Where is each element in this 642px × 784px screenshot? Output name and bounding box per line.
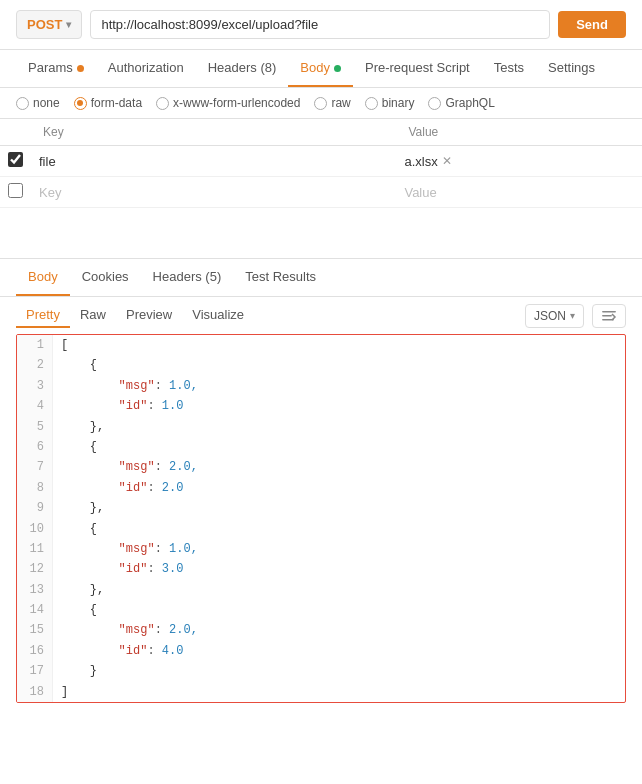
tab-headers[interactable]: Headers (8)	[196, 50, 289, 87]
line-content: "id": 4.0	[53, 641, 191, 661]
row2-checkbox-cell	[0, 177, 31, 208]
code-line: 15 "msg": 2.0,	[17, 620, 625, 640]
line-content: "msg": 2.0,	[53, 620, 206, 640]
line-number: 9	[17, 498, 53, 518]
send-button[interactable]: Send	[558, 11, 626, 38]
spacer	[0, 208, 642, 258]
row1-checkbox[interactable]	[8, 152, 23, 167]
radio-form-data-dot	[74, 97, 87, 110]
code-line: 6 {	[17, 437, 625, 457]
response-section: Body Cookies Headers (5) Test Results Pr…	[0, 258, 642, 703]
json-code-viewer: 1[2 {3 "msg": 1.0,4 "id": 1.05 },6 {7 "m…	[16, 334, 626, 703]
line-number: 10	[17, 519, 53, 539]
radio-form-data[interactable]: form-data	[74, 96, 142, 110]
url-input[interactable]	[90, 10, 550, 39]
tab-params[interactable]: Params	[16, 50, 96, 87]
line-number: 15	[17, 620, 53, 640]
row2-checkbox[interactable]	[8, 183, 23, 198]
line-content: {	[53, 355, 105, 375]
line-content: "id": 1.0	[53, 396, 191, 416]
line-content: {	[53, 437, 105, 457]
value-column-header: Value	[396, 119, 642, 146]
radio-none-dot	[16, 97, 29, 110]
checkbox-header-cell	[0, 119, 31, 146]
key-column-header: Key	[31, 119, 396, 146]
view-raw[interactable]: Raw	[70, 303, 116, 328]
tab-tests[interactable]: Tests	[482, 50, 536, 87]
code-line: 16 "id": 4.0	[17, 641, 625, 661]
tab-pre-request[interactable]: Pre-request Script	[353, 50, 482, 87]
view-pretty[interactable]: Pretty	[16, 303, 70, 328]
code-line: 11 "msg": 1.0,	[17, 539, 625, 559]
resp-tab-headers[interactable]: Headers (5)	[141, 259, 234, 296]
radio-raw[interactable]: raw	[314, 96, 350, 110]
svg-rect-1	[602, 315, 612, 317]
code-line: 17 }	[17, 661, 625, 681]
radio-none[interactable]: none	[16, 96, 60, 110]
view-visualize[interactable]: Visualize	[182, 303, 254, 328]
view-preview[interactable]: Preview	[116, 303, 182, 328]
key-placeholder: Key	[39, 185, 61, 200]
code-line: 8 "id": 2.0	[17, 478, 625, 498]
row2-value[interactable]: Value	[396, 177, 642, 208]
code-line: 9 },	[17, 498, 625, 518]
line-content: "msg": 1.0,	[53, 539, 206, 559]
table-row-empty: Key Value	[0, 177, 642, 208]
file-name-label: a.xlsx	[404, 154, 437, 169]
line-number: 8	[17, 478, 53, 498]
code-line: 4 "id": 1.0	[17, 396, 625, 416]
tab-body[interactable]: Body	[288, 50, 353, 87]
radio-binary-dot	[365, 97, 378, 110]
code-line: 14 {	[17, 600, 625, 620]
wrap-button[interactable]	[592, 304, 626, 328]
format-label: JSON	[534, 309, 566, 323]
row1-value: a.xlsx ✕	[396, 146, 642, 177]
resp-tab-body[interactable]: Body	[16, 259, 70, 296]
resp-tab-cookies[interactable]: Cookies	[70, 259, 141, 296]
code-line: 18]	[17, 682, 625, 702]
code-line: 5 },	[17, 417, 625, 437]
tab-settings[interactable]: Settings	[536, 50, 607, 87]
response-toolbar: Pretty Raw Preview Visualize JSON ▾	[0, 297, 642, 334]
line-number: 4	[17, 396, 53, 416]
line-content: "msg": 1.0,	[53, 376, 206, 396]
body-type-selector: none form-data x-www-form-urlencoded raw…	[0, 88, 642, 119]
line-number: 14	[17, 600, 53, 620]
tab-authorization[interactable]: Authorization	[96, 50, 196, 87]
line-content: {	[53, 600, 105, 620]
line-number: 2	[17, 355, 53, 375]
code-line: 3 "msg": 1.0,	[17, 376, 625, 396]
row2-key[interactable]: Key	[31, 177, 396, 208]
line-number: 18	[17, 682, 53, 702]
code-line: 13 },	[17, 580, 625, 600]
method-label: POST	[27, 17, 62, 32]
line-content: {	[53, 519, 105, 539]
line-content: "id": 3.0	[53, 559, 191, 579]
table-row: file a.xlsx ✕	[0, 146, 642, 177]
params-dot	[77, 65, 84, 72]
radio-raw-dot	[314, 97, 327, 110]
file-remove-icon[interactable]: ✕	[442, 154, 452, 168]
line-content: [	[53, 335, 76, 355]
line-number: 11	[17, 539, 53, 559]
format-select[interactable]: JSON ▾	[525, 304, 584, 328]
request-tabs: Params Authorization Headers (8) Body Pr…	[0, 50, 642, 88]
resp-tab-test-results[interactable]: Test Results	[233, 259, 328, 296]
row1-key[interactable]: file	[31, 146, 396, 177]
code-line: 12 "id": 3.0	[17, 559, 625, 579]
kv-table: Key Value file a.xlsx ✕ Key	[0, 119, 642, 208]
method-select[interactable]: POST ▾	[16, 10, 82, 39]
radio-urlencoded[interactable]: x-www-form-urlencoded	[156, 96, 300, 110]
radio-graphql[interactable]: GraphQL	[428, 96, 494, 110]
radio-binary[interactable]: binary	[365, 96, 415, 110]
code-line: 2 {	[17, 355, 625, 375]
method-chevron-icon: ▾	[66, 19, 71, 30]
value-placeholder: Value	[404, 185, 436, 200]
line-number: 12	[17, 559, 53, 579]
line-number: 5	[17, 417, 53, 437]
line-number: 16	[17, 641, 53, 661]
url-bar: POST ▾ Send	[0, 0, 642, 50]
radio-urlencoded-dot	[156, 97, 169, 110]
code-line: 1[	[17, 335, 625, 355]
line-number: 6	[17, 437, 53, 457]
